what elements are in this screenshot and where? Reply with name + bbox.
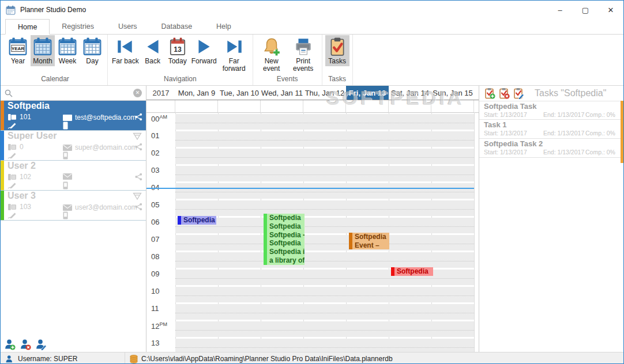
time-slot-row[interactable] xyxy=(175,114,474,130)
tab-database[interactable]: Database xyxy=(149,19,205,34)
time-slot-row[interactable] xyxy=(175,252,474,268)
phone-icon xyxy=(7,143,17,151)
calendar-event[interactable]: SoftpediaEvent – xyxy=(349,233,389,249)
month-button[interactable]: Month xyxy=(31,35,55,66)
print-events-button[interactable]: Print events xyxy=(288,35,319,74)
day-header-5[interactable]: Fri, Jan 13 xyxy=(346,86,389,100)
time-slot-row[interactable] xyxy=(175,304,474,320)
day-header-1[interactable]: Mon, Jan 9 xyxy=(175,86,218,100)
day-header-7[interactable]: Sun, Jan 15 xyxy=(431,86,474,100)
calendar-event[interactable]: Softpedia xyxy=(391,267,433,276)
hour-number: 13 xyxy=(151,339,159,347)
time-slot-row[interactable] xyxy=(175,131,474,147)
user-email: user3@domain.com xyxy=(63,203,137,211)
time-slot-row[interactable] xyxy=(175,218,474,233)
tab-help[interactable]: Help xyxy=(204,19,243,34)
calendar-week-view: SOFTPEDIA 2017 Mon, Jan 9Tue, Jan 10Wed,… xyxy=(146,86,479,352)
today-button[interactable]: 13Today xyxy=(166,35,190,66)
phone-number: 0 xyxy=(20,143,24,151)
tasks-scrollbar-thumb[interactable] xyxy=(621,101,623,163)
year-button[interactable]: YEARYear xyxy=(6,35,30,66)
delete-user-icon[interactable] xyxy=(20,339,31,350)
task-details: Start: 1/13/2017End: 1/13/2017Comp.: 0% xyxy=(484,130,622,136)
hour-label: 01 xyxy=(151,131,159,140)
search-clear-button[interactable]: ✕ xyxy=(133,89,142,97)
time-slot-row[interactable] xyxy=(175,321,474,337)
search-input[interactable] xyxy=(16,89,130,98)
week-button[interactable]: Week xyxy=(55,35,80,66)
time-slot-row[interactable] xyxy=(175,287,474,302)
grid-column-line xyxy=(474,112,475,352)
edit-task-icon[interactable] xyxy=(513,88,524,99)
hour-label: 06 xyxy=(151,218,159,226)
calendar-event[interactable]: Softpedia xyxy=(178,216,216,225)
task-row[interactable]: Softpedia Task 2Start: 1/13/2017End: 1/1… xyxy=(479,139,623,158)
mail-icon xyxy=(63,204,72,211)
time-slot-row[interactable] xyxy=(175,166,474,181)
event-title: SoftpediaSoftpediaSoftpedia -SoftpediaSo… xyxy=(267,214,305,265)
share-icon[interactable] xyxy=(135,173,142,181)
user-card-2[interactable]: Super User0super@domain.com xyxy=(1,131,146,161)
far-back-button[interactable]: Far back xyxy=(111,35,140,66)
delete-task-icon[interactable] xyxy=(498,88,510,99)
time-slot-row[interactable] xyxy=(175,183,474,199)
ribbon-group-calendar: YEARYearMonthWeekDayCalendar xyxy=(3,35,108,85)
minimize-button[interactable]: – xyxy=(547,1,573,19)
maximize-button[interactable]: ▢ xyxy=(573,1,598,19)
tab-home[interactable]: Home xyxy=(5,19,50,35)
users-sidebar: ✕ Softpedia101test@softpedia.comSuper Us… xyxy=(1,86,146,352)
hour-number: 00 xyxy=(151,115,159,123)
svg-text:13: 13 xyxy=(174,46,182,54)
new-event-button[interactable]: New event xyxy=(256,35,287,74)
all-day-cell[interactable] xyxy=(431,100,474,112)
signature-pen-icon xyxy=(7,182,17,189)
ribbon-button-label: Today xyxy=(168,58,187,65)
all-day-cell[interactable] xyxy=(218,100,261,112)
share-icon[interactable] xyxy=(135,203,142,211)
all-day-cell[interactable] xyxy=(389,100,431,112)
bell-plus-icon xyxy=(262,37,281,56)
phone-icon xyxy=(7,203,17,211)
task-name: Softpedia Task 2 xyxy=(484,139,543,148)
tasks-button[interactable]: Tasks xyxy=(325,35,349,66)
day-header-6[interactable]: Sat, Jan 14 xyxy=(389,86,431,100)
task-row[interactable]: Task 1Start: 1/13/2017End: 1/13/2017Comp… xyxy=(479,120,623,139)
far-forward-button[interactable]: Far forward xyxy=(219,35,250,74)
all-day-cell[interactable] xyxy=(175,100,218,112)
task-name: Task 1 xyxy=(484,120,507,129)
ribbon-group-navigation: Far backBack13TodayForwardFar forwardNav… xyxy=(108,35,253,85)
close-button[interactable]: ✕ xyxy=(598,1,623,19)
back-button[interactable]: Back xyxy=(141,35,165,66)
user-phone: 103 xyxy=(7,203,31,211)
day-header-4[interactable]: Thu, Jan 12 xyxy=(303,86,346,100)
share-icon[interactable] xyxy=(135,143,142,151)
user-card-1[interactable]: Softpedia101test@softpedia.com xyxy=(1,101,146,131)
day-button[interactable]: Day xyxy=(80,35,104,66)
calendar-month-icon xyxy=(33,37,52,56)
user-card-4[interactable]: User 3103user3@domain.com xyxy=(1,191,146,221)
add-user-icon[interactable] xyxy=(4,339,16,350)
all-day-cell[interactable] xyxy=(261,100,303,112)
forward-button[interactable]: Forward xyxy=(190,35,218,66)
day-header-3[interactable]: Wed, Jan 11 xyxy=(261,86,303,100)
time-slot-row[interactable] xyxy=(175,235,474,251)
tab-users[interactable]: Users xyxy=(106,19,149,34)
phone-icon xyxy=(7,173,17,181)
tab-registries[interactable]: Registries xyxy=(50,19,106,34)
clipboard-check-icon xyxy=(328,37,347,56)
ribbon-button-label: Print events xyxy=(289,58,318,73)
time-slot-row[interactable] xyxy=(175,149,474,164)
edit-user-icon[interactable] xyxy=(35,339,47,350)
time-slot-row[interactable] xyxy=(175,200,474,216)
all-day-cell[interactable] xyxy=(303,100,346,112)
time-slot-row[interactable] xyxy=(175,339,474,352)
task-row[interactable]: Softpedia TaskStart: 1/13/2017End: 1/13/… xyxy=(479,101,623,120)
user-card-3[interactable]: User 2102 xyxy=(1,161,146,191)
ribbon: YEARYearMonthWeekDayCalendarFar backBack… xyxy=(1,35,623,86)
calendar-event[interactable]: SoftpediaSoftpediaSoftpedia -SoftpediaSo… xyxy=(264,214,305,265)
add-task-icon[interactable] xyxy=(484,88,495,99)
share-icon[interactable] xyxy=(135,113,142,121)
user-color-stripe xyxy=(1,161,4,190)
day-header-2[interactable]: Tue, Jan 10 xyxy=(218,86,261,100)
all-day-cell[interactable] xyxy=(346,100,389,112)
